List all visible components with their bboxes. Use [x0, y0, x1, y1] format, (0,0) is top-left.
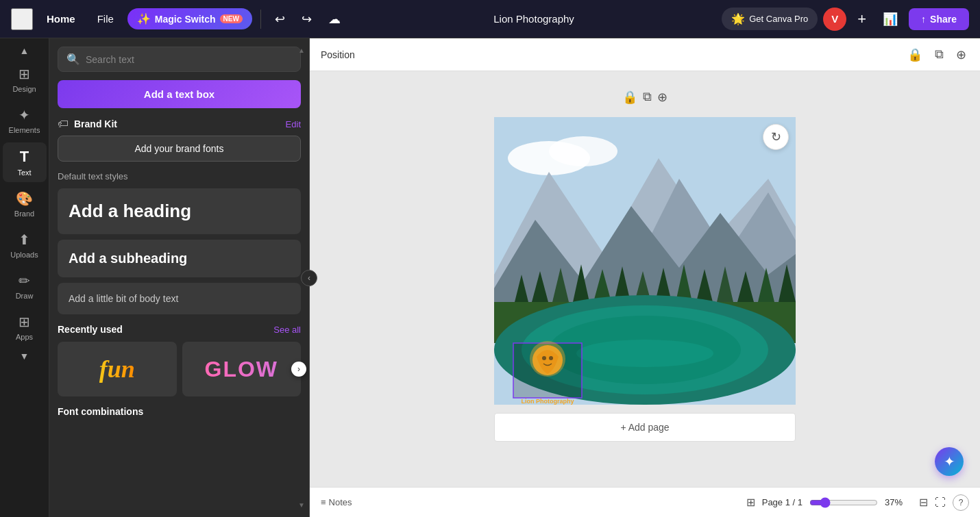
- see-all-button[interactable]: See all: [273, 325, 301, 335]
- font-preview-next-button[interactable]: ›: [291, 362, 306, 377]
- svg-point-29: [530, 341, 565, 377]
- bottom-bar: ≡ Notes ⊞ Page 1 / 1 37% ⊟ ⛶ ?: [310, 487, 980, 517]
- top-navigation: Home File ✨ Magic Switch NEW ↩ ↪ ☁ Lion …: [0, 0, 980, 38]
- apps-icon: ⊞: [19, 314, 30, 330]
- canvas-area: Position 🔒 ⧉ ⊕ 🔒 ⧉ ⊕: [310, 38, 980, 517]
- recently-used-label: Recently used: [58, 324, 123, 335]
- zoom-level: 37%: [885, 497, 912, 507]
- sidebar-item-apps-label: Apps: [16, 333, 33, 341]
- text-panel-content: 🔍 Add a text box 🏷 Brand Kit Edit Add yo…: [49, 38, 309, 517]
- glow-font-preview: GLOW: [204, 357, 278, 382]
- grid-view-button[interactable]: ⊟: [919, 496, 928, 509]
- svg-point-24: [576, 340, 713, 367]
- file-button[interactable]: File: [89, 9, 122, 29]
- svg-point-2: [549, 136, 617, 166]
- canvas-container: 🔒 ⧉ ⊕: [494, 117, 796, 405]
- home-button[interactable]: Home: [38, 9, 84, 29]
- canvas-lock-button[interactable]: 🔒: [622, 90, 637, 105]
- elements-icon: ✦: [19, 107, 30, 123]
- heading-style-item[interactable]: Add a heading: [58, 188, 301, 234]
- share-button[interactable]: ↑ Share: [909, 8, 969, 30]
- analytics-button[interactable]: 📊: [877, 9, 903, 29]
- text-panel: ▲ 🔍 Add a text box 🏷 Brand Kit Edit Add …: [49, 38, 310, 517]
- font-preview-glow[interactable]: GLOW: [182, 342, 302, 396]
- font-combinations-label: Font combinations: [58, 406, 301, 417]
- hamburger-menu-button[interactable]: [11, 8, 33, 30]
- document-title: Lion Photography: [352, 13, 716, 25]
- brand-kit-edit-button[interactable]: Edit: [286, 119, 301, 129]
- panel-scroll-down-button[interactable]: ▼: [298, 501, 305, 509]
- sidebar-item-text[interactable]: T Text: [3, 142, 47, 182]
- panel-scroll-up-button[interactable]: ▲: [298, 47, 305, 54]
- sidebar-item-text-label: Text: [17, 168, 31, 177]
- font-preview-fun[interactable]: fun: [58, 342, 177, 396]
- canvas-expand-button[interactable]: ⊕: [657, 90, 667, 105]
- new-badge: NEW: [220, 14, 243, 23]
- add-page-bar[interactable]: + Add page: [494, 413, 796, 442]
- panel-collapse-button[interactable]: ‹: [301, 270, 317, 286]
- canvas-scroll[interactable]: 🔒 ⧉ ⊕: [310, 71, 980, 487]
- zoom-slider[interactable]: [809, 497, 878, 508]
- magic-switch-icon: ✨: [137, 12, 151, 25]
- lock-position-button[interactable]: 🔒: [905, 45, 925, 65]
- save-status-button[interactable]: ☁: [323, 9, 346, 29]
- sidebar-item-uploads[interactable]: ⬆ Uploads: [3, 226, 47, 264]
- share-label: Share: [930, 14, 957, 25]
- uploads-icon: ⬆: [19, 231, 30, 248]
- sidebar-item-apps[interactable]: ⊞ Apps: [3, 308, 47, 346]
- fullscreen-button[interactable]: ⛶: [935, 496, 946, 509]
- sidebar: ▲ ⊞ Design ✦ Elements T Text 🎨 Brand ⬆ U…: [0, 38, 49, 517]
- main-area: ▲ ⊞ Design ✦ Elements T Text 🎨 Brand ⬆ U…: [0, 38, 980, 517]
- canva-ai-icon: ✦: [944, 453, 955, 470]
- brand-kit-section: 🏷 Brand Kit Edit Add your brand fonts: [58, 118, 301, 162]
- subheading-style-item[interactable]: Add a subheading: [58, 240, 301, 277]
- position-label: Position: [321, 49, 355, 60]
- draw-icon: ✏: [19, 273, 30, 289]
- sidebar-item-uploads-label: Uploads: [10, 251, 38, 259]
- canvas-copy-button[interactable]: ⧉: [643, 90, 652, 105]
- canvas-toolbar: 🔒 ⧉ ⊕: [622, 90, 667, 105]
- notes-button[interactable]: ≡ Notes: [321, 497, 352, 507]
- redo-button[interactable]: ↪: [296, 9, 317, 29]
- add-collaborator-button[interactable]: +: [852, 8, 872, 31]
- sidebar-item-brand[interactable]: 🎨 Brand: [3, 185, 47, 223]
- search-icon: 🔍: [66, 53, 80, 66]
- show-pages-button[interactable]: ⊞: [746, 496, 755, 509]
- heading-style-text: Add a heading: [69, 201, 191, 221]
- sidebar-item-design-label: Design: [12, 85, 36, 93]
- default-text-styles-label: Default text styles: [58, 171, 301, 181]
- brand-icon: 🎨: [16, 190, 33, 207]
- sidebar-item-design[interactable]: ⊞ Design: [3, 60, 47, 99]
- get-canva-pro-button[interactable]: 🌟 Get Canva Pro: [722, 8, 818, 30]
- position-icons: 🔒 ⧉ ⊕: [905, 45, 969, 65]
- search-input[interactable]: [86, 54, 292, 65]
- body-style-item[interactable]: Add a little bit of body text: [58, 283, 301, 314]
- brand-kit-label: Brand Kit: [74, 118, 117, 129]
- add-brand-fonts-button[interactable]: Add your brand fonts: [58, 136, 301, 162]
- help-button[interactable]: ?: [953, 494, 969, 511]
- brand-kit-header: 🏷 Brand Kit Edit: [58, 118, 301, 130]
- notes-icon: ≡: [321, 497, 326, 507]
- sidebar-scroll-up-button[interactable]: ▲: [19, 44, 31, 58]
- copy-position-button[interactable]: ⧉: [932, 45, 946, 65]
- sidebar-scroll-down-button[interactable]: ▼: [19, 349, 31, 363]
- magic-switch-button[interactable]: ✨ Magic Switch NEW: [127, 8, 252, 29]
- share-icon: ↑: [921, 14, 926, 25]
- canvas-page-wrapper: 🔒 ⧉ ⊕: [494, 117, 796, 442]
- magic-switch-label: Magic Switch: [155, 14, 216, 25]
- expand-position-button[interactable]: ⊕: [953, 45, 969, 65]
- sidebar-item-elements[interactable]: ✦ Elements: [3, 101, 47, 140]
- user-avatar[interactable]: V: [823, 8, 846, 31]
- add-textbox-button[interactable]: Add a text box: [58, 80, 301, 108]
- nav-separator: [260, 10, 261, 29]
- body-style-text: Add a little bit of body text: [69, 293, 178, 304]
- position-bar: Position 🔒 ⧉ ⊕: [310, 38, 980, 71]
- svg-text:Lion Photography: Lion Photography: [522, 398, 574, 405]
- canva-ai-fab-button[interactable]: ✦: [935, 447, 964, 476]
- sidebar-item-draw[interactable]: ✏ Draw: [3, 267, 47, 305]
- undo-button[interactable]: ↩: [269, 9, 291, 29]
- subheading-style-text: Add a subheading: [69, 251, 187, 266]
- font-preview-row: fun GLOW ›: [58, 342, 301, 396]
- canva-pro-icon: 🌟: [731, 12, 745, 25]
- ai-refresh-button[interactable]: ↻: [763, 124, 789, 150]
